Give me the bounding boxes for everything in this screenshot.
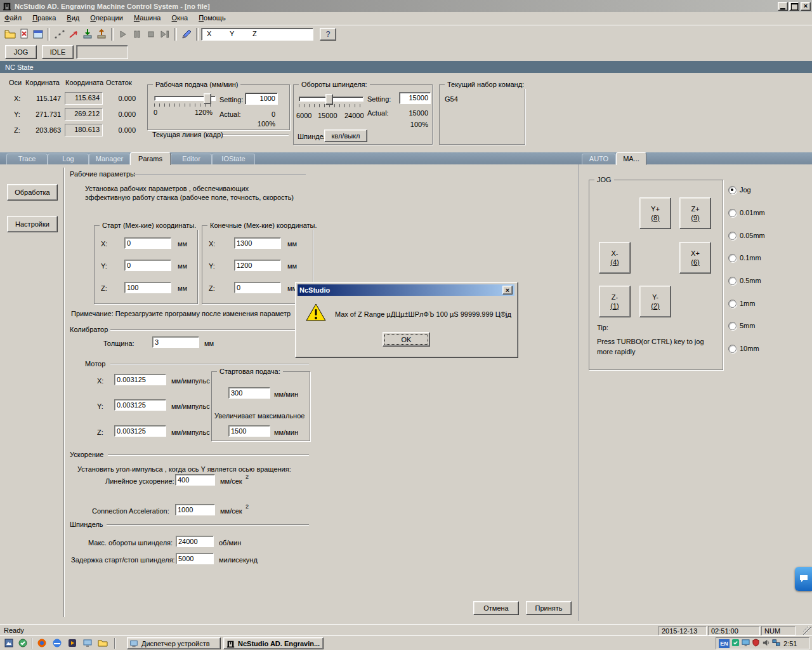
- tab-editor[interactable]: Editor: [171, 154, 212, 164]
- tab-manager[interactable]: Manager: [89, 154, 130, 164]
- play-button[interactable]: [116, 28, 130, 41]
- tab-params[interactable]: Params: [130, 152, 171, 165]
- dialog-ok-button[interactable]: OK: [383, 332, 430, 347]
- language-indicator[interactable]: EN: [719, 639, 730, 648]
- cancel-button[interactable]: Отмена: [473, 601, 519, 615]
- start-x-input[interactable]: [124, 237, 171, 249]
- spindle-slider-thumb[interactable]: [325, 94, 333, 105]
- new-window-icon[interactable]: [31, 28, 45, 41]
- ie-browser-icon[interactable]: [52, 638, 62, 649]
- floating-chat-badge[interactable]: [795, 567, 812, 591]
- idle-mode-button[interactable]: IDLE: [42, 45, 74, 59]
- sidebar-settings-button[interactable]: Настройки: [7, 216, 58, 232]
- menu-operations[interactable]: Операции: [86, 12, 127, 23]
- menu-view[interactable]: Вид: [62, 12, 84, 23]
- radio-0-01mm[interactable]: [728, 209, 737, 217]
- jog-z-plus-button[interactable]: Z+(9): [679, 197, 711, 229]
- max-spindle-input[interactable]: [176, 536, 214, 547]
- browser-icon[interactable]: [37, 638, 47, 649]
- jog-y-minus-button[interactable]: Y-(2): [639, 286, 671, 317]
- radio-10mm[interactable]: [728, 345, 737, 353]
- menu-machine[interactable]: Машина: [129, 12, 166, 23]
- jog-tip-line3: more rapidly: [597, 348, 636, 356]
- tray-volume-icon[interactable]: [762, 639, 770, 648]
- start-y-input[interactable]: [124, 260, 171, 271]
- end-x-input[interactable]: [234, 237, 281, 249]
- maximize-button[interactable]: [789, 2, 799, 11]
- sidebar-process-button[interactable]: Обработка: [7, 184, 58, 201]
- motor-y-input[interactable]: [114, 399, 166, 411]
- jog-y-plus-button[interactable]: Y+(8): [639, 197, 671, 229]
- taskbar-task-device-manager[interactable]: Диспетчер устройств: [127, 637, 221, 649]
- app-shortcut-icon[interactable]: [18, 638, 28, 649]
- feed-slider-thumb[interactable]: [204, 93, 211, 104]
- radio-jog[interactable]: [728, 186, 737, 194]
- tray-green-status-icon[interactable]: [731, 639, 740, 648]
- app-shortcut-icon[interactable]: [4, 638, 14, 649]
- show-desktop-icon[interactable]: [82, 638, 93, 649]
- tray-network-icon[interactable]: [772, 639, 780, 648]
- start-feed-input[interactable]: [228, 387, 270, 399]
- tray-clock[interactable]: 2:51: [783, 640, 797, 647]
- follow-trace-icon[interactable]: [67, 28, 81, 41]
- dialog-close-button[interactable]: ×: [502, 286, 513, 295]
- motor-x-input[interactable]: [114, 374, 166, 385]
- start-z-input[interactable]: [124, 282, 171, 293]
- trace-view-icon[interactable]: [53, 28, 67, 41]
- motor-z-input[interactable]: [114, 425, 166, 437]
- step-button[interactable]: [158, 28, 172, 41]
- taskbar-task-ncstudio[interactable]: NcStudio AD. Engravin...: [223, 637, 324, 649]
- end-x-label: X:: [209, 240, 215, 248]
- radio-0-05mm[interactable]: [728, 232, 737, 240]
- acceleration-rule: [108, 454, 309, 456]
- close-file-icon[interactable]: [17, 28, 31, 41]
- tab-auto[interactable]: AUTO: [582, 154, 616, 164]
- explorer-folder-icon[interactable]: [98, 638, 108, 649]
- minimize-button[interactable]: [778, 2, 788, 11]
- menu-edit[interactable]: Правка: [28, 12, 60, 23]
- close-button[interactable]: ×: [801, 2, 811, 11]
- radio-0-1mm-label[interactable]: 0.1mm: [740, 254, 761, 262]
- radio-0-01mm-label[interactable]: 0.01mm: [740, 209, 765, 217]
- tab-log[interactable]: Log: [48, 154, 89, 164]
- spindle-toggle-button[interactable]: квл/выкл: [324, 129, 367, 142]
- stop-button[interactable]: [144, 28, 158, 41]
- radio-1mm-label[interactable]: 1mm: [740, 300, 755, 308]
- max-feed-input[interactable]: [228, 425, 270, 437]
- tab-trace[interactable]: Trace: [6, 154, 48, 164]
- linear-acc-input[interactable]: [175, 474, 215, 486]
- jog-mode-button[interactable]: JOG: [5, 45, 37, 59]
- radio-0-5mm-label[interactable]: 0.5mm: [740, 277, 761, 285]
- radio-0-05mm-label[interactable]: 0.05mm: [740, 232, 765, 240]
- open-file-icon[interactable]: [3, 28, 17, 41]
- radio-10mm-label[interactable]: 10mm: [740, 345, 759, 353]
- help-button[interactable]: ?: [320, 28, 336, 41]
- jog-x-minus-button[interactable]: X-(4): [599, 242, 631, 274]
- apply-button[interactable]: Принять: [526, 601, 572, 615]
- unload-program-icon[interactable]: [95, 28, 108, 41]
- load-program-icon[interactable]: [81, 28, 95, 41]
- radio-jog-label[interactable]: Jog: [740, 186, 751, 194]
- menu-windows[interactable]: Окна: [167, 12, 193, 23]
- spindle-delay-input[interactable]: [176, 553, 214, 564]
- connection-acc-input[interactable]: [175, 504, 215, 515]
- radio-0-5mm[interactable]: [728, 277, 737, 285]
- tab-iostate[interactable]: IOState: [212, 154, 255, 164]
- menu-file[interactable]: Файл: [0, 12, 26, 23]
- end-z-input[interactable]: [234, 282, 281, 293]
- radio-0-1mm[interactable]: [728, 254, 737, 262]
- radio-1mm[interactable]: [728, 300, 737, 308]
- pause-button[interactable]: [130, 28, 144, 41]
- jog-z-minus-button[interactable]: Z-(1): [599, 286, 631, 317]
- radio-5mm[interactable]: [728, 322, 737, 330]
- end-y-input[interactable]: [234, 260, 281, 271]
- tray-display-icon[interactable]: [742, 639, 750, 648]
- tab-manual[interactable]: MA...: [616, 152, 646, 165]
- thickness-input[interactable]: [152, 336, 199, 348]
- menu-help[interactable]: Помощь: [194, 12, 230, 23]
- tray-antivirus-shield-icon[interactable]: [752, 639, 760, 648]
- radio-5mm-label[interactable]: 5mm: [740, 322, 755, 330]
- edit-pen-icon[interactable]: [180, 28, 193, 41]
- jog-x-plus-button[interactable]: X+(6): [679, 242, 711, 274]
- media-player-icon[interactable]: [67, 638, 77, 649]
